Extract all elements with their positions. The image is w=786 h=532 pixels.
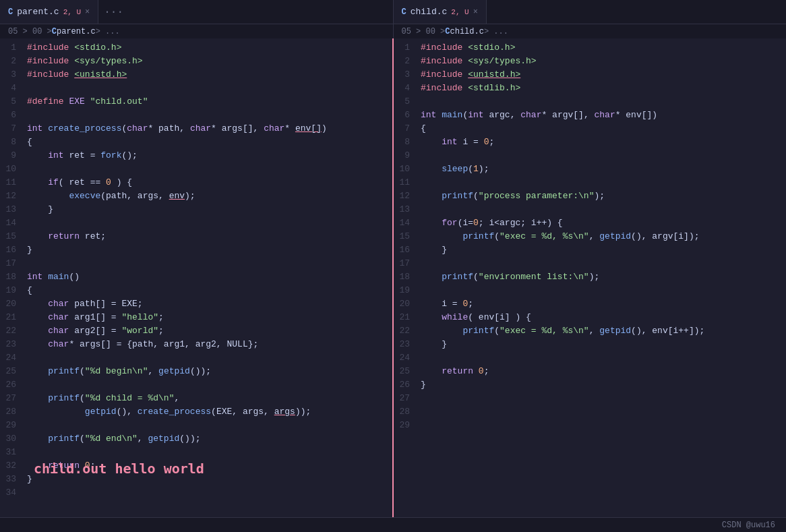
table-row: 20 char path[] = EXE; bbox=[0, 297, 392, 311]
table-row: 19{ bbox=[0, 284, 392, 297]
tab-parent-c[interactable]: C parent.c 2, U × bbox=[0, 0, 98, 24]
table-row: 21 char arg1[] = "hello"; bbox=[0, 311, 392, 324]
table-row: 11 bbox=[394, 176, 786, 189]
table-row: 19 bbox=[394, 284, 786, 297]
table-row: 11 if( ret == 0 ) { bbox=[0, 176, 392, 189]
table-row: 30 printf("%d end\n", getpid()); bbox=[0, 432, 392, 446]
table-row: 26} bbox=[394, 378, 786, 392]
table-row: 15 printf("exec = %d, %s\n", getpid(), a… bbox=[394, 230, 786, 243]
table-row: 4#include <stdlib.h> bbox=[394, 82, 786, 95]
table-row: 6 bbox=[0, 109, 392, 122]
breadcrumb-left-file: parent.c bbox=[57, 27, 96, 36]
table-row: 26 bbox=[0, 378, 392, 392]
table-row: 14 for(i=0; i<argc; i++) { bbox=[394, 216, 786, 230]
table-row: 1#include <stdio.h> bbox=[0, 41, 392, 55]
table-row: 8 int i = 0; bbox=[394, 136, 786, 149]
table-row: 18 printf("environment list:\n"); bbox=[394, 270, 786, 284]
table-row: 29 bbox=[0, 419, 392, 432]
tab-bar: C parent.c 2, U × ··· C child.c 2, U × bbox=[0, 0, 786, 24]
table-row: 22 printf("exec = %d, %s\n", getpid(), e… bbox=[394, 324, 786, 338]
breadcrumb-right-c: C bbox=[445, 27, 450, 36]
table-row: 24 bbox=[0, 351, 392, 365]
code-area-right[interactable]: 1#include <stdio.h> 2#include <sys/types… bbox=[394, 38, 786, 517]
table-row: 20 i = 0; bbox=[394, 297, 786, 311]
tab-child-dirty: 2, U bbox=[451, 8, 468, 16]
table-row: 16 } bbox=[394, 243, 786, 257]
status-bar: CSDN @uwu16 bbox=[0, 517, 786, 532]
table-row: 12 execve(path, args, env); bbox=[0, 189, 392, 203]
right-tab-section: C child.c 2, U × bbox=[394, 0, 787, 24]
table-row: 25 return 0; bbox=[394, 365, 786, 378]
breadcrumb-left: 05 > 00 > C parent.c > ... bbox=[0, 24, 393, 38]
c-language-icon: C bbox=[8, 7, 13, 17]
table-row: 29 bbox=[394, 419, 786, 432]
tab-parent-name: parent.c bbox=[17, 7, 59, 17]
table-row: 17 bbox=[0, 257, 392, 270]
breadcrumb-right-dots: > ... bbox=[484, 27, 508, 36]
editor-right: 1#include <stdio.h> 2#include <sys/types… bbox=[392, 38, 786, 517]
table-row: 18int main() bbox=[0, 270, 392, 284]
tab-child-c[interactable]: C child.c 2, U × bbox=[394, 0, 487, 24]
c-language-icon-right: C bbox=[402, 7, 406, 17]
table-row: 17 bbox=[394, 257, 786, 270]
table-row: 2#include <sys/types.h> bbox=[0, 55, 392, 68]
table-row: 8{ bbox=[0, 136, 392, 149]
table-row: 27 printf("%d child = %d\n", bbox=[0, 392, 392, 405]
table-row: 32 return 0; bbox=[0, 459, 392, 473]
table-row: 6int main(int argc, char* argv[], char* … bbox=[394, 109, 786, 122]
table-row: 3#include <unistd.h> bbox=[0, 68, 392, 82]
table-row: 1#include <stdio.h> bbox=[394, 41, 786, 55]
table-row: 28 getpid(), create_process(EXE, args, a… bbox=[0, 405, 392, 419]
status-credit: CSDN @uwu16 bbox=[722, 521, 775, 530]
table-row: 25 printf("%d begin\n", getpid()); bbox=[0, 365, 392, 378]
breadcrumb-left-dots: > ... bbox=[96, 27, 120, 36]
tab-child-close[interactable]: × bbox=[473, 7, 478, 17]
table-row: 13 bbox=[394, 203, 786, 216]
tab-more-left[interactable]: ··· bbox=[98, 0, 129, 24]
table-row: 23 char* args[] = {path, arg1, arg2, NUL… bbox=[0, 338, 392, 351]
table-row: 33} bbox=[0, 473, 392, 486]
breadcrumb-bar: 05 > 00 > C parent.c > ... 05 > 00 > C c… bbox=[0, 24, 786, 38]
breadcrumb-right-file: child.c bbox=[450, 27, 484, 36]
breadcrumb-right: 05 > 00 > C child.c > ... bbox=[394, 24, 787, 38]
table-row: 21 while( env[i] ) { bbox=[394, 311, 786, 324]
breadcrumb-left-c: C bbox=[52, 27, 57, 36]
table-row: 24 bbox=[394, 351, 786, 365]
editors: 1#include <stdio.h> 2#include <sys/types… bbox=[0, 38, 786, 517]
table-row: 10 bbox=[0, 162, 392, 176]
table-row: 14 bbox=[0, 216, 392, 230]
tab-parent-close[interactable]: × bbox=[85, 7, 90, 17]
table-row: 28 bbox=[394, 405, 786, 419]
code-area-left[interactable]: 1#include <stdio.h> 2#include <sys/types… bbox=[0, 38, 392, 517]
table-row: 5#define EXE "child.out" bbox=[0, 95, 392, 109]
table-row: 12 printf("process parameter:\n"); bbox=[394, 189, 786, 203]
table-row: 22 char arg2[] = "world"; bbox=[0, 324, 392, 338]
table-row: 9 int ret = fork(); bbox=[0, 149, 392, 162]
table-row: 9 bbox=[394, 149, 786, 162]
table-row: 27 bbox=[394, 392, 786, 405]
table-row: 5 bbox=[394, 95, 786, 109]
left-tab-section: C parent.c 2, U × ··· bbox=[0, 0, 393, 24]
editor-left: 1#include <stdio.h> 2#include <sys/types… bbox=[0, 38, 392, 517]
table-row: 34 bbox=[0, 486, 392, 500]
table-row: 13 } bbox=[0, 203, 392, 216]
table-row: 7{ bbox=[394, 122, 786, 136]
table-row: 3#include <unistd.h> bbox=[394, 68, 786, 82]
table-row: 23 } bbox=[394, 338, 786, 351]
table-row: 2#include <sys/types.h> bbox=[394, 55, 786, 68]
table-row: 10 sleep(1); bbox=[394, 162, 786, 176]
table-row: 16} bbox=[0, 243, 392, 257]
table-row: 31 bbox=[0, 446, 392, 459]
table-row: 7int create_process(char* path, char* ar… bbox=[0, 122, 392, 136]
tab-parent-dirty: 2, U bbox=[63, 8, 81, 16]
table-row: 15 return ret; bbox=[0, 230, 392, 243]
breadcrumb-right-text: 05 > 00 > bbox=[402, 27, 446, 36]
table-row: 4 bbox=[0, 82, 392, 95]
breadcrumb-left-text: 05 > 00 > bbox=[8, 27, 52, 36]
tab-child-name: child.c bbox=[411, 7, 448, 17]
